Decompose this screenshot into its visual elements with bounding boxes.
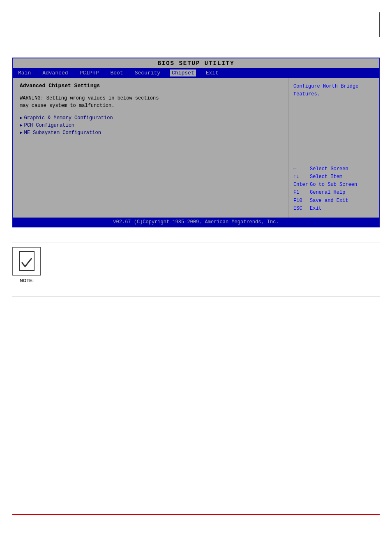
key-row-f1: F1 General Help (293, 189, 374, 197)
entry-label-2: ME Subsystem Configuration (24, 130, 101, 136)
key-f1: F1 (293, 189, 308, 197)
key-desc-esc: Exit (310, 205, 322, 213)
key-desc-f1: General Help (310, 189, 345, 197)
bios-menubar: Main Advanced PCIPnP Boot Security Chips… (13, 68, 379, 78)
key-enter: Enter (293, 181, 308, 189)
decorative-line (379, 12, 380, 37)
key-desc-enter: Go to Sub Screen (310, 181, 357, 189)
key-row-enter: Enter Go to Sub Screen (293, 181, 374, 189)
key-row-f10: F10 Save and Exit (293, 197, 374, 205)
key-row-esc: ESC Exit (293, 205, 374, 213)
red-line (12, 514, 380, 515)
help-text: Configure North Bridgefeatures. (293, 83, 374, 98)
section-title: Advanced Chipset Settings (20, 83, 281, 89)
divider-bottom (12, 296, 380, 297)
warning-text: WARNING: Setting wrong values in below s… (20, 95, 281, 109)
note-label: NOTE: (20, 278, 34, 283)
key-esc: ESC (293, 205, 308, 213)
left-panel: Advanced Chipset Settings WARNING: Setti… (13, 78, 288, 218)
key-arrows-ud: ↑↓ (293, 173, 308, 181)
menu-item-exit[interactable]: Exit (204, 70, 220, 76)
entry-label-1: PCH Configuration (24, 123, 74, 128)
menu-item-security[interactable]: Security (133, 70, 162, 76)
menu-entries-list: ► Graphic & Memory Configuration ► PCH C… (20, 115, 281, 136)
key-arrows-lr: ← (293, 165, 308, 173)
menu-item-pcipnp[interactable]: PCIPnP (78, 70, 101, 76)
bios-content-area: Advanced Chipset Settings WARNING: Setti… (13, 78, 379, 218)
menu-item-boot[interactable]: Boot (108, 70, 125, 76)
checkmark-svg (18, 251, 35, 271)
menu-item-main[interactable]: Main (16, 70, 32, 76)
note-icon (12, 247, 41, 276)
bios-title: BIOS SETUP UTILITY (13, 58, 379, 68)
entry-me-subsystem[interactable]: ► ME Subsystem Configuration (20, 130, 281, 136)
warning-line1: WARNING: Setting wrong values in below s… (20, 95, 159, 101)
key-row-select-screen: ← Select Screen (293, 165, 374, 173)
key-row-select-item: ↑↓ Select Item (293, 173, 374, 181)
svg-rect-0 (19, 252, 34, 271)
arrow-icon-2: ► (20, 130, 23, 135)
arrow-icon-0: ► (20, 116, 23, 120)
entry-pch-config[interactable]: ► PCH Configuration (20, 123, 281, 128)
entry-graphic-memory[interactable]: ► Graphic & Memory Configuration (20, 115, 281, 121)
key-f10: F10 (293, 197, 308, 205)
entry-label-0: Graphic & Memory Configuration (24, 115, 113, 121)
note-section: NOTE: (12, 247, 41, 283)
bios-setup-window: BIOS SETUP UTILITY Main Advanced PCIPnP … (12, 58, 380, 227)
divider-top (12, 243, 380, 243)
menu-item-advanced[interactable]: Advanced (41, 70, 69, 76)
menu-item-chipset[interactable]: Chipset (170, 70, 196, 76)
bios-footer: v02.67 (C)Copyright 1985-2009, American … (13, 218, 379, 227)
key-desc-select-screen: Select Screen (310, 165, 348, 173)
arrow-icon-1: ► (20, 123, 23, 128)
key-help-section: ← Select Screen ↑↓ Select Item Enter Go … (293, 165, 374, 213)
right-panel: Configure North Bridgefeatures. ← Select… (288, 78, 379, 218)
warning-line2: may cause system to malfunction. (20, 103, 114, 109)
key-desc-select-item: Select Item (310, 173, 342, 181)
key-desc-f10: Save and Exit (310, 197, 348, 205)
